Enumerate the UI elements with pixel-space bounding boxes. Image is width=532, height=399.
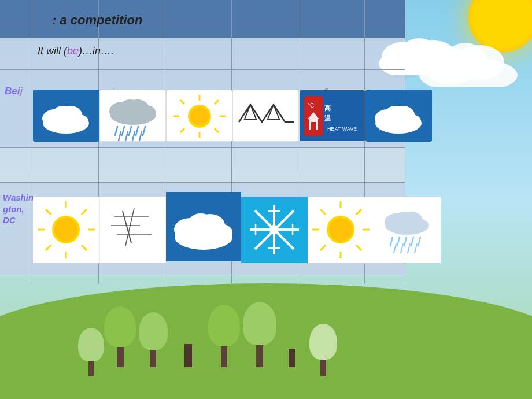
icon-hongkong-cloudy xyxy=(166,192,241,261)
svg-point-98 xyxy=(329,218,352,241)
svg-point-77 xyxy=(209,224,232,241)
svg-point-35 xyxy=(190,107,209,125)
icon-washington-sunny xyxy=(33,197,99,263)
icon-sunny-1 xyxy=(166,90,232,142)
svg-point-54 xyxy=(402,114,421,128)
svg-point-15 xyxy=(137,105,156,119)
competition-text: : a competition xyxy=(52,13,142,28)
svg-point-103 xyxy=(395,212,413,226)
svg-point-87 xyxy=(269,225,279,234)
itwill-text3: )…in…. xyxy=(79,45,114,57)
icon-cold-front-box xyxy=(232,90,299,142)
itwill-row: It will (be)…in…. xyxy=(38,45,114,57)
icon-nanjing-rain xyxy=(99,90,166,142)
main-content: : a competition It will (be)…in…. Beij N… xyxy=(0,0,532,399)
icon-sunny-box-1 xyxy=(166,90,232,142)
svg-point-9 xyxy=(70,114,88,128)
icon-rain-light xyxy=(374,197,441,263)
svg-text:HEAT WAVE: HEAT WAVE xyxy=(327,126,357,132)
svg-point-65 xyxy=(54,218,77,241)
icon-cold-front xyxy=(232,90,299,142)
icon-heat-wave: °C 高 温 HEAT WAVE xyxy=(299,90,365,142)
svg-text:温: 温 xyxy=(324,114,331,121)
icon-sunny-2 xyxy=(308,197,374,263)
dc-text: DC xyxy=(3,215,16,225)
icon-rain-box xyxy=(99,90,166,142)
svg-text:°C: °C xyxy=(308,102,314,109)
icon-beijing-cloudy xyxy=(33,90,99,142)
icon-cloudy-blue2-box xyxy=(365,90,432,142)
svg-rect-66 xyxy=(99,197,166,263)
svg-text:高: 高 xyxy=(324,105,331,112)
city-washington: Washington,DC xyxy=(3,192,34,226)
itwill-text1: It will ( xyxy=(38,45,67,57)
icon-heat-wave-box: °C 高 温 HEAT WAVE xyxy=(299,90,365,142)
icon-wind xyxy=(99,197,166,263)
be-word: be xyxy=(67,45,79,57)
icon-cloudy-blue-2 xyxy=(365,90,432,142)
icon-cloudy-blue-box xyxy=(33,90,99,142)
svg-rect-44 xyxy=(311,122,316,130)
city-beijing: Beij xyxy=(5,86,23,97)
icon-snow xyxy=(241,197,308,263)
